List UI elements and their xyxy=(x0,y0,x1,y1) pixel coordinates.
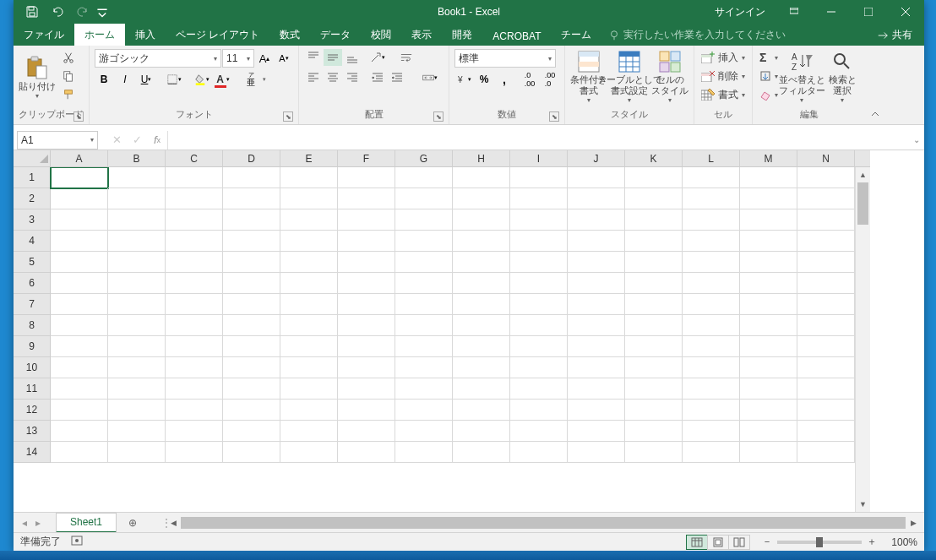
tab-file[interactable]: ファイル xyxy=(14,24,74,46)
cell[interactable] xyxy=(625,188,683,209)
align-center-button[interactable] xyxy=(324,69,342,86)
cell[interactable] xyxy=(338,167,395,188)
cell[interactable] xyxy=(223,294,280,315)
cell[interactable] xyxy=(108,315,166,336)
page-break-view-button[interactable] xyxy=(728,535,750,550)
cell[interactable] xyxy=(568,336,625,357)
cell[interactable] xyxy=(453,400,510,421)
cell[interactable] xyxy=(510,294,568,315)
cell[interactable] xyxy=(395,315,453,336)
column-header[interactable]: E xyxy=(280,150,338,167)
cell[interactable] xyxy=(740,357,797,378)
scroll-up-button[interactable]: ▲ xyxy=(856,167,870,182)
signin-button[interactable]: サインイン xyxy=(705,5,775,19)
cell[interactable] xyxy=(683,336,740,357)
cell[interactable] xyxy=(223,378,280,400)
save-button[interactable] xyxy=(20,2,44,22)
cell[interactable] xyxy=(683,421,740,442)
cell[interactable] xyxy=(108,209,166,231)
cell[interactable] xyxy=(280,188,338,209)
bold-button[interactable]: B xyxy=(95,71,113,88)
row-header[interactable]: 3 xyxy=(14,209,51,231)
normal-view-button[interactable] xyxy=(686,535,708,550)
undo-button[interactable] xyxy=(46,2,69,22)
row-header[interactable]: 8 xyxy=(14,315,51,336)
cell[interactable] xyxy=(280,252,338,273)
column-header[interactable]: C xyxy=(166,150,223,167)
cell[interactable] xyxy=(108,378,166,400)
insert-cells-button[interactable]: 挿入▾ xyxy=(699,49,747,66)
scroll-left-button[interactable]: ◀ xyxy=(166,519,181,527)
cell[interactable] xyxy=(797,167,855,188)
new-sheet-button[interactable]: ⊕ xyxy=(122,514,144,531)
align-left-button[interactable] xyxy=(304,69,323,86)
row-header[interactable]: 14 xyxy=(14,442,51,463)
cell[interactable] xyxy=(453,209,510,231)
cell[interactable] xyxy=(280,231,338,252)
cell[interactable] xyxy=(280,209,338,231)
tab-data[interactable]: データ xyxy=(310,24,361,46)
phonetic-button[interactable]: ア亜 xyxy=(242,71,260,88)
hscroll-thumb[interactable] xyxy=(181,517,906,529)
cell[interactable] xyxy=(568,294,625,315)
increase-decimal-button[interactable]: .0.00 xyxy=(520,71,539,88)
format-cells-button[interactable]: 書式▾ xyxy=(699,86,747,103)
tab-formula[interactable]: 数式 xyxy=(269,24,310,46)
cut-button[interactable] xyxy=(59,49,78,66)
cell[interactable] xyxy=(51,294,108,315)
enter-fx-button[interactable]: ✓ xyxy=(127,131,147,150)
cell[interactable] xyxy=(453,357,510,378)
cell[interactable] xyxy=(166,315,223,336)
cell[interactable] xyxy=(683,294,740,315)
cell[interactable] xyxy=(280,273,338,294)
row-header[interactable]: 5 xyxy=(14,252,51,273)
cell[interactable] xyxy=(51,400,108,421)
cell[interactable] xyxy=(166,421,223,442)
row-header[interactable]: 6 xyxy=(14,273,51,294)
cell[interactable] xyxy=(625,209,683,231)
cell[interactable] xyxy=(625,315,683,336)
cell[interactable] xyxy=(223,167,280,188)
cell[interactable] xyxy=(51,421,108,442)
decrease-indent-button[interactable] xyxy=(368,69,387,86)
cell[interactable] xyxy=(395,336,453,357)
windows-taskbar[interactable] xyxy=(0,551,936,560)
cell[interactable] xyxy=(568,273,625,294)
cell[interactable] xyxy=(108,400,166,421)
cell[interactable] xyxy=(683,209,740,231)
delete-cells-button[interactable]: 削除▾ xyxy=(699,68,747,84)
cell[interactable] xyxy=(797,252,855,273)
column-header[interactable]: F xyxy=(338,150,395,167)
cell[interactable] xyxy=(108,442,166,463)
cell[interactable] xyxy=(453,294,510,315)
cell[interactable] xyxy=(395,357,453,378)
cell[interactable] xyxy=(166,378,223,400)
cell[interactable] xyxy=(395,273,453,294)
qat-customize[interactable] xyxy=(96,2,108,22)
cell[interactable] xyxy=(395,442,453,463)
align-dialog-icon[interactable]: ⬊ xyxy=(433,111,444,122)
cell[interactable] xyxy=(510,252,568,273)
align-right-button[interactable] xyxy=(343,69,362,86)
cell[interactable] xyxy=(51,336,108,357)
cell[interactable] xyxy=(625,231,683,252)
insert-function-button[interactable]: fx xyxy=(147,131,167,150)
cell[interactable] xyxy=(338,188,395,209)
cell[interactable] xyxy=(797,188,855,209)
cell[interactable] xyxy=(568,231,625,252)
cell[interactable] xyxy=(625,378,683,400)
cell[interactable] xyxy=(51,442,108,463)
comma-button[interactable]: , xyxy=(495,71,514,88)
cell[interactable] xyxy=(568,315,625,336)
share-button[interactable]: 共有 xyxy=(865,24,924,46)
cell[interactable] xyxy=(625,442,683,463)
cell[interactable] xyxy=(797,209,855,231)
cell[interactable] xyxy=(223,209,280,231)
cell[interactable] xyxy=(683,357,740,378)
cell[interactable] xyxy=(280,357,338,378)
cell[interactable] xyxy=(683,273,740,294)
cell[interactable] xyxy=(510,167,568,188)
cell[interactable] xyxy=(166,442,223,463)
tab-layout[interactable]: ページ レイアウト xyxy=(166,24,269,46)
close-button[interactable] xyxy=(887,0,924,24)
